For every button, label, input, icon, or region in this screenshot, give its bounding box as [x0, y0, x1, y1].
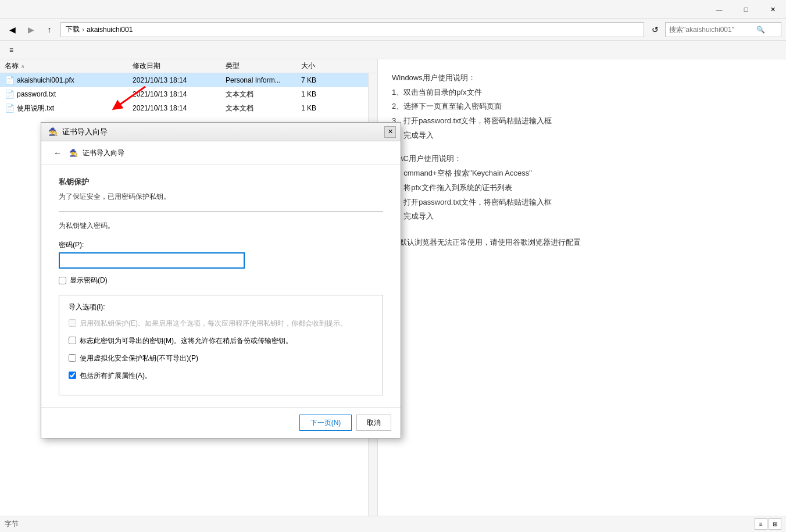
file-type-password: 文本文档: [221, 90, 296, 99]
password-input-group: 密码(P):: [59, 240, 383, 269]
view-buttons: ≡ ⊞: [755, 518, 781, 530]
toolbar: ≡: [0, 41, 786, 59]
option-row-2: 标志此密钥为可导出的密钥(M)。这将允许你在稍后备份或传输密钥。: [69, 335, 373, 346]
file-date-password: 2021/10/13 18:14: [128, 90, 221, 98]
mac-step-3: 3、打开password.txt文件，将密码粘贴进输入框: [392, 195, 772, 210]
certificate-wizard-dialog: 🧙 证书导入向导 ✕ ← 🧙 证书导入向导 私钥保护 为了保证安全，已用密码保护…: [41, 122, 401, 438]
mac-step-4: 4、完成导入: [392, 209, 772, 224]
maximize-button[interactable]: □: [733, 0, 759, 19]
file-size-pfx: 7 KB: [296, 76, 343, 84]
dialog-footer: 下一页(N) 取消: [41, 407, 401, 438]
sort-arrow: ∧: [21, 63, 25, 69]
windows-step-4: 4、完成导入: [392, 128, 772, 143]
forward-button[interactable]: ▶: [23, 22, 38, 37]
table-row[interactable]: 📄 password.txt 2021/10/13 18:14 文本文档 1 K…: [0, 87, 377, 101]
option-text-2: 标志此密钥为可导出的密钥(M)。这将允许你在稍后备份或传输密钥。: [80, 335, 373, 346]
dialog-content: 私钥保护 为了保证安全，已用密码保护私钥。 为私钥键入密码。 密码(P): 显示…: [41, 165, 401, 407]
windows-step-1: 1、双击当前目录的pfx文件: [392, 85, 772, 100]
show-password-checkbox[interactable]: [59, 277, 66, 284]
enter-password-label: 为私钥键入密码。: [59, 221, 383, 231]
file-date-manual: 2021/10/13 18:14: [128, 104, 221, 112]
windows-title: Windows用户使用说明：: [392, 71, 772, 85]
option-row-4: 包括所有扩展属性(A)。: [69, 370, 373, 381]
breadcrumb-part2: akaishuichi001: [87, 26, 133, 34]
file-name-pfx: 📄 akaishuichi001.pfx: [0, 76, 128, 85]
col-header-name[interactable]: 名称 ∧: [0, 61, 128, 71]
options-label: 导入选项(I):: [69, 302, 373, 312]
option-text-1: 启用强私钥保护(E)。如果启用这个选项，每次应用程序使用私钥时，你都会收到提示。: [80, 318, 373, 329]
details-view-button[interactable]: ≡: [755, 518, 767, 530]
pfx-file-icon: 📄: [5, 76, 15, 85]
cancel-button[interactable]: 取消: [356, 415, 391, 431]
section-title: 私钥保护: [59, 177, 383, 187]
up-button[interactable]: ↑: [42, 22, 57, 37]
col-header-date[interactable]: 修改日期: [128, 61, 221, 71]
file-name-password: 📄 password.txt: [0, 90, 128, 99]
search-icon: 🔍: [756, 26, 765, 34]
file-date-pfx: 2021/10/13 18:14: [128, 76, 221, 84]
section-desc: 为了保证安全，已用密码保护私钥。: [59, 192, 383, 202]
file-list-header: 名称 ∧ 修改日期 类型 大小: [0, 59, 377, 73]
file-size-password: 1 KB: [296, 90, 343, 98]
col-header-size[interactable]: 大小: [296, 61, 343, 71]
windows-step-2: 2、选择下一页直至输入密码页面: [392, 99, 772, 114]
window-title-bar: — □ ✕: [0, 0, 786, 19]
window-controls: — □ ✕: [706, 0, 786, 19]
mac-step-2: 2、将pfx文件拖入到系统的证书列表: [392, 181, 772, 195]
status-text: 字节: [5, 519, 19, 529]
show-password-label: 显示密码(D): [70, 276, 108, 285]
next-button[interactable]: 下一页(N): [299, 415, 352, 431]
wizard-icon-nav: 🧙: [69, 149, 78, 157]
option-text-4: 包括所有扩展属性(A)。: [80, 370, 373, 381]
refresh-button[interactable]: ↺: [648, 22, 663, 37]
option-checkbox-1[interactable]: [69, 319, 76, 327]
password-label: 密码(P):: [59, 240, 383, 250]
search-input[interactable]: [669, 26, 756, 34]
divider: [59, 211, 383, 212]
file-type-manual: 文本文档: [221, 103, 296, 113]
option-checkbox-4[interactable]: [69, 372, 76, 379]
address-bar: ◀ ▶ ↑ 下载 › akaishuichi001 ↺ 🔍: [0, 19, 786, 41]
windows-step-3: 3、打开password.txt文件，将密码粘贴进输入框: [392, 114, 772, 128]
windows-instructions: Windows用户使用说明： 1、双击当前目录的pfx文件 2、选择下一页直至输…: [392, 71, 772, 142]
txt-file-icon-2: 📄: [5, 103, 15, 113]
file-name-manual: 📄 使用说明.txt: [0, 103, 128, 113]
import-options-section: 导入选项(I): 启用强私钥保护(E)。如果启用这个选项，每次应用程序使用私钥时…: [59, 295, 383, 395]
dialog-title-text: 证书导入向导: [62, 127, 108, 137]
option-checkbox-3[interactable]: [69, 354, 76, 362]
browser-note: 如默认浏览器无法正常使用，请使用谷歌浏览器进行配置: [392, 235, 772, 249]
close-button[interactable]: ✕: [759, 0, 786, 19]
toolbar-item: ≡: [5, 45, 18, 55]
info-panel: Windows用户使用说明： 1、双击当前目录的pfx文件 2、选择下一页直至输…: [378, 59, 786, 516]
dialog-title-left: 🧙 证书导入向导: [48, 127, 108, 137]
txt-file-icon: 📄: [5, 90, 15, 99]
tiles-view-button[interactable]: ⊞: [769, 518, 781, 530]
dialog-title-bar: 🧙 证书导入向导 ✕: [41, 123, 401, 141]
breadcrumb: 下载 › akaishuichi001: [60, 22, 644, 37]
mac-step-1: 1、cmmand+空格 搜索"Keychain Access": [392, 166, 772, 181]
back-button[interactable]: ◀: [5, 22, 20, 37]
search-box: 🔍: [665, 22, 781, 37]
breadcrumb-separator: ›: [82, 26, 84, 34]
breadcrumb-part1: 下载: [66, 24, 80, 34]
show-password-row: 显示密码(D): [59, 276, 383, 285]
password-field[interactable]: [59, 252, 245, 269]
option-checkbox-2[interactable]: [69, 337, 76, 344]
status-bar: 字节 ≡ ⊞: [0, 516, 786, 532]
option-text-3: 使用虚拟化安全保护私钥(不可导出)(P): [80, 353, 373, 363]
table-row[interactable]: 📄 akaishuichi001.pfx 2021/10/13 18:14 Pe…: [0, 73, 377, 87]
dialog-back-button[interactable]: ←: [51, 146, 65, 160]
mac-instructions: MAC用户使用说明： 1、cmmand+空格 搜索"Keychain Acces…: [392, 152, 772, 223]
minimize-button[interactable]: —: [706, 0, 733, 19]
dialog-nav-title: 证书导入向导: [83, 148, 124, 158]
wizard-icon: 🧙: [48, 127, 58, 136]
dialog-close-button[interactable]: ✕: [384, 126, 396, 138]
dialog-nav: ← 🧙 证书导入向导: [41, 141, 401, 165]
file-type-pfx: Personal Inform...: [221, 76, 296, 84]
col-header-type[interactable]: 类型: [221, 61, 296, 71]
file-size-manual: 1 KB: [296, 104, 343, 112]
option-row-1: 启用强私钥保护(E)。如果启用这个选项，每次应用程序使用私钥时，你都会收到提示。: [69, 318, 373, 329]
mac-title: MAC用户使用说明：: [392, 152, 772, 166]
table-row[interactable]: 📄 使用说明.txt 2021/10/13 18:14 文本文档 1 KB: [0, 101, 377, 115]
option-row-3: 使用虚拟化安全保护私钥(不可导出)(P): [69, 353, 373, 363]
